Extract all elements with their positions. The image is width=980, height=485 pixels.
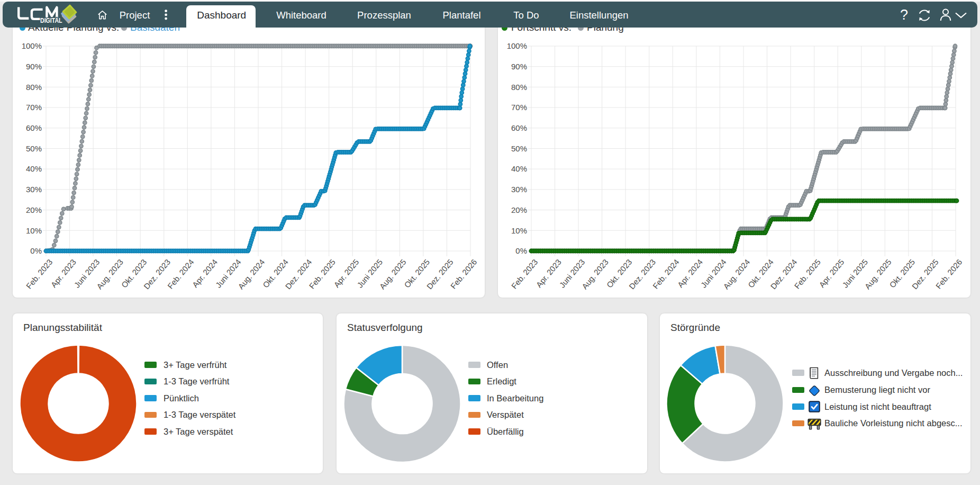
svg-text:DIGITAL: DIGITAL: [40, 16, 62, 24]
